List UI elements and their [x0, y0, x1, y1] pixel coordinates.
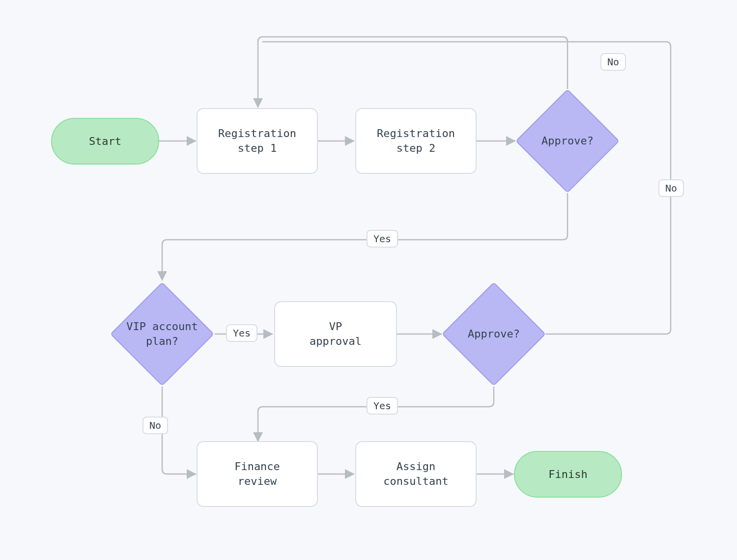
node-approve-2: Approve? — [457, 297, 531, 371]
node-finish: Finish — [514, 451, 622, 498]
node-label: Finance review — [234, 459, 280, 488]
node-label: Assign consultant — [383, 459, 448, 488]
edge-label-yes-2: Yes — [367, 397, 398, 415]
edge-label-vip-no: No — [142, 417, 168, 434]
node-start: Start — [51, 118, 159, 165]
edge-label-no-1: No — [600, 53, 626, 71]
node-label: Registration step 1 — [218, 126, 296, 155]
node-label: Start — [89, 134, 121, 149]
node-assign-consultant: Assign consultant — [355, 441, 477, 507]
edge-label-yes-1: Yes — [367, 230, 398, 248]
node-label: Finish — [548, 467, 587, 482]
node-vip-account-plan: VIP account plan? — [125, 297, 199, 371]
node-vp-approval: VP approval — [274, 301, 397, 367]
node-registration-step-2: Registration step 2 — [355, 108, 477, 174]
node-label: VP approval — [310, 319, 362, 348]
node-approve-1: Approve? — [531, 104, 604, 178]
node-registration-step-1: Registration step 1 — [197, 108, 318, 174]
edge-label-no-2: No — [658, 179, 684, 197]
node-label: Registration step 2 — [377, 126, 455, 155]
flowchart-canvas: Start Registration step 1 Registration s… — [0, 0, 737, 560]
node-finance-review: Finance review — [197, 441, 318, 507]
edge-label-vip-yes: Yes — [226, 324, 257, 342]
